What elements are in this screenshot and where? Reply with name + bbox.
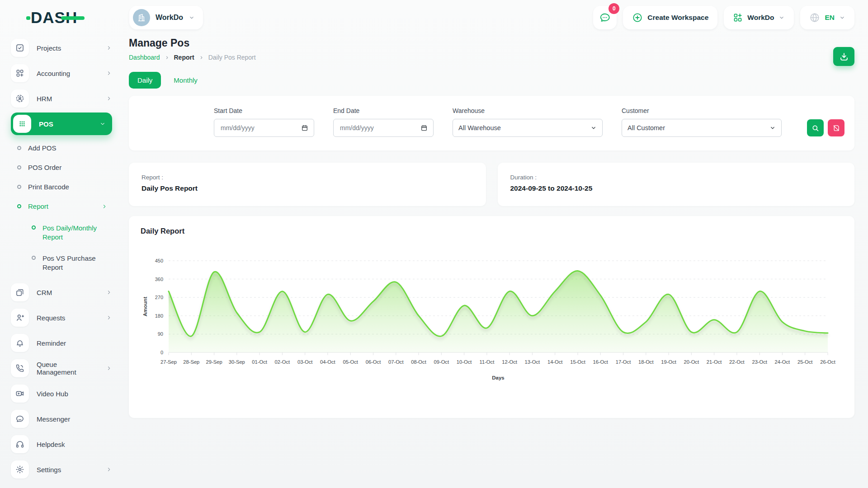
logo-dash-bar	[61, 16, 85, 20]
svg-text:26-Oct: 26-Oct	[820, 359, 835, 365]
svg-text:08-Oct: 08-Oct	[411, 359, 426, 365]
workspace-selector[interactable]: WorkDo	[129, 6, 203, 29]
workspace-avatar-building-icon	[133, 9, 150, 26]
create-workspace-button[interactable]: Create Workspace	[623, 6, 717, 29]
sidebar-item-report[interactable]: Report	[11, 197, 112, 216]
sidebar-item-label: POS Order	[28, 164, 61, 171]
reset-icon	[832, 124, 840, 132]
start-date-input-wrap	[214, 119, 314, 137]
chevron-right-icon	[165, 55, 170, 60]
chevron-right-icon	[106, 314, 112, 321]
svg-text:16-Oct: 16-Oct	[593, 359, 608, 365]
warehouse-field-group: Warehouse All Warehouse	[453, 107, 603, 137]
svg-text:17-Oct: 17-Oct	[616, 359, 631, 365]
sidebar-item-reminder[interactable]: Reminder	[11, 330, 112, 356]
sidebar-item-video-hub[interactable]: Video Hub	[11, 381, 112, 406]
sidebar-item-pos[interactable]: POS	[11, 113, 112, 135]
start-date-field-group: Start Date	[214, 107, 314, 137]
hrm-icon	[11, 89, 29, 108]
accounting-icon	[11, 64, 29, 82]
chevron-right-icon	[106, 45, 112, 51]
customer-select[interactable]: All Customer	[622, 119, 782, 137]
sidebar-item-label: Requests	[37, 314, 98, 322]
sidebar-item-pos-daily-monthly-report[interactable]: Pos Daily/Monthly Report	[11, 218, 112, 248]
language-selector[interactable]: EN	[800, 6, 854, 29]
sidebar-item-messenger[interactable]: Messenger	[11, 406, 112, 432]
end-date-input-wrap	[333, 119, 434, 137]
sidebar-submenu: Add POSPOS OrderPrint BarcodeReportPos D…	[11, 136, 112, 280]
svg-text:21-Oct: 21-Oct	[707, 359, 722, 365]
svg-text:23-Oct: 23-Oct	[752, 359, 767, 365]
chevron-right-icon	[106, 289, 112, 296]
bullet-icon	[17, 146, 21, 150]
chart-title: Daily Report	[141, 227, 843, 235]
bullet-icon	[17, 185, 21, 189]
tab-daily[interactable]: Daily	[129, 72, 161, 89]
sidebar-item-queue-management[interactable]: Queue Management	[11, 356, 112, 381]
sidebar-item-helpdesk[interactable]: Helpdesk	[11, 432, 112, 457]
chevron-down-icon	[769, 125, 776, 131]
crm-icon	[11, 283, 29, 301]
tab-monthly[interactable]: Monthly	[174, 76, 198, 84]
warehouse-select[interactable]: All Warehouse	[453, 119, 603, 137]
svg-text:Amount: Amount	[142, 297, 148, 317]
daily-report-chart: 09018027036045027-Sep28-Sep29-Sep30-Sep0…	[141, 248, 843, 394]
reminder-icon	[11, 334, 29, 352]
sidebar-item-label: Add POS	[28, 144, 57, 152]
language-label: EN	[825, 14, 835, 22]
helpdesk-icon	[11, 435, 29, 453]
svg-text:0: 0	[160, 350, 163, 355]
account-menu[interactable]: WorkDo	[724, 6, 794, 29]
sidebar-item-label: Accounting	[37, 70, 98, 77]
plus-circle-icon	[632, 12, 643, 23]
calendar-icon[interactable]	[301, 124, 308, 131]
svg-text:19-Oct: 19-Oct	[661, 359, 676, 365]
sidebar-item-label: CRM	[37, 289, 98, 296]
grid-plus-icon	[733, 13, 743, 23]
dash-logo[interactable]: DASH	[31, 9, 99, 27]
svg-text:04-Oct: 04-Oct	[320, 359, 335, 365]
chevron-down-icon	[99, 121, 106, 127]
sidebar-item-projects[interactable]: Projects	[11, 35, 112, 61]
chevron-down-icon	[839, 14, 845, 21]
end-date-input[interactable]	[339, 124, 420, 132]
sidebar-item-label: Pos VS Purchase Report	[42, 254, 110, 272]
filter-actions	[807, 107, 844, 137]
download-report-button[interactable]	[833, 47, 854, 66]
sidebar-item-pos-vs-purchase-report[interactable]: Pos VS Purchase Report	[11, 248, 112, 278]
sidebar-item-add-pos[interactable]: Add POS	[11, 138, 112, 158]
duration-summary-value: 2024-09-25 to 2024-10-25	[510, 184, 842, 192]
sidebar-item-crm[interactable]: CRM	[11, 280, 112, 305]
sidebar-item-hrm[interactable]: HRM	[11, 86, 112, 111]
calendar-icon[interactable]	[420, 124, 428, 131]
sidebar-item-settings[interactable]: Settings	[11, 457, 112, 482]
apply-filter-button[interactable]	[807, 119, 824, 136]
customer-label: Customer	[622, 107, 782, 114]
duration-summary-label: Duration :	[510, 174, 842, 181]
globe-icon	[809, 12, 820, 23]
svg-text:Days: Days	[492, 375, 505, 380]
sidebar-item-requests[interactable]: Requests	[11, 305, 112, 330]
breadcrumb-report: Report	[174, 54, 194, 61]
sidebar-item-pos-order[interactable]: POS Order	[11, 158, 112, 177]
breadcrumb: Dashboard Report Daily Pos Report	[129, 54, 854, 61]
chevron-right-icon	[106, 365, 112, 371]
sidebar-item-label: Helpdesk	[37, 441, 112, 448]
reset-filter-button[interactable]	[828, 119, 844, 136]
sidebar-item-print-barcode[interactable]: Print Barcode	[11, 177, 112, 197]
messages-button[interactable]: 0	[593, 6, 617, 29]
header-actions: 0 Create Workspace WorkDo	[593, 6, 854, 29]
report-summary-value: Daily Pos Report	[142, 184, 473, 192]
sidebar-item-label: Print Barcode	[28, 183, 69, 191]
svg-text:28-Sep: 28-Sep	[183, 359, 199, 365]
svg-text:20-Oct: 20-Oct	[684, 359, 699, 365]
sidebar-item-label: Report	[28, 202, 48, 210]
breadcrumb-dashboard-link[interactable]: Dashboard	[129, 54, 160, 61]
sidebar-item-label: Reminder	[37, 339, 112, 347]
daily-report-card: Daily Report 09018027036045027-Sep28-Sep…	[129, 216, 854, 418]
create-workspace-label: Create Workspace	[647, 14, 708, 22]
chevron-right-icon	[101, 203, 108, 210]
start-date-input[interactable]	[220, 124, 301, 132]
settings-icon	[11, 460, 29, 479]
sidebar-item-accounting[interactable]: Accounting	[11, 61, 112, 86]
